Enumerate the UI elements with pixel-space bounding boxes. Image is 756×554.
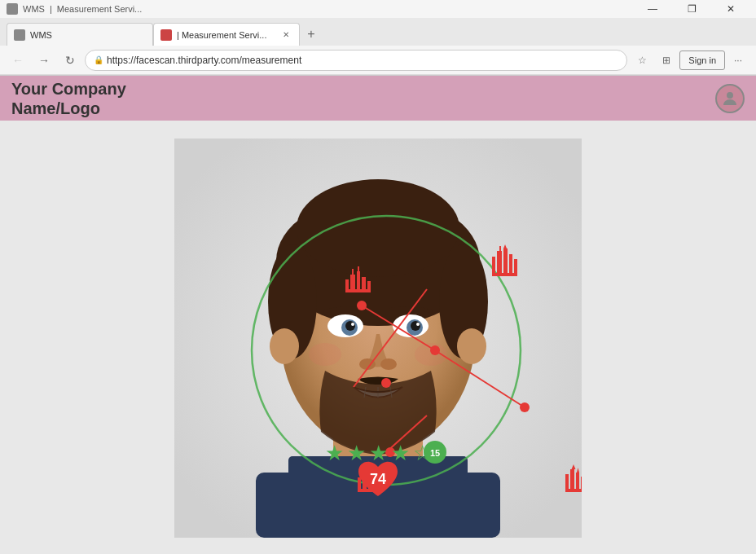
svg-point-18: [351, 323, 354, 326]
browser-icon: [7, 3, 18, 15]
collections-button[interactable]: ⊞: [655, 49, 678, 72]
tab-close-button[interactable]: ✕: [279, 29, 292, 42]
user-avatar[interactable]: [715, 84, 745, 113]
svg-point-19: [416, 323, 420, 326]
titlebar-page-name: Measurement Servi...: [57, 4, 143, 14]
heart-score: 74: [355, 459, 401, 501]
sign-in-button[interactable]: Sign in: [679, 51, 725, 70]
titlebar-separator: |: [50, 4, 52, 14]
close-button[interactable]: ✕: [712, 0, 749, 18]
heart-score-value: 74: [370, 471, 386, 488]
window-controls: — ❐ ✕: [634, 0, 749, 18]
address-bar[interactable]: 🔒 https://facescan.thirdparty.com/measur…: [85, 50, 627, 71]
browser-titlebar: WMS | Measurement Servi... — ❐ ✕: [0, 0, 756, 18]
svg-point-7: [297, 179, 459, 277]
star-1: ★: [325, 441, 344, 466]
titlebar-left: WMS | Measurement Servi...: [7, 3, 142, 15]
titlebar-app-name: WMS: [23, 4, 45, 14]
svg-point-0: [727, 92, 733, 99]
svg-point-26: [415, 343, 447, 366]
forward-button[interactable]: →: [33, 49, 55, 72]
svg-point-10: [270, 328, 299, 364]
tab-wms[interactable]: WMS: [7, 23, 153, 46]
svg-point-20: [359, 358, 376, 370]
page-main: 15 ★ ★ ★ ★ ☆ 74: [0, 121, 756, 554]
restore-button[interactable]: ❐: [673, 0, 710, 18]
svg-point-21: [380, 358, 397, 370]
svg-point-17: [411, 321, 420, 331]
star-5: ☆: [413, 441, 432, 466]
minimize-button[interactable]: —: [634, 0, 671, 18]
browser-tabs: WMS | Measurement Servi... ✕ +: [0, 18, 756, 46]
new-tab-button[interactable]: +: [300, 23, 323, 46]
favorites-button[interactable]: ☆: [631, 49, 653, 72]
tab-wms-label: WMS: [30, 30, 52, 40]
lock-icon: 🔒: [94, 55, 103, 64]
nav-extras: ☆ ⊞ Sign in ···: [631, 49, 749, 72]
svg-point-11: [457, 328, 486, 364]
address-text: https://facescan.thirdparty.com/measurem…: [107, 55, 301, 66]
tab-measurement-label: | Measurement Servi...: [177, 30, 266, 40]
back-button[interactable]: ←: [7, 49, 29, 72]
measurement-favicon: [160, 29, 172, 41]
wms-favicon: [14, 29, 25, 41]
browser-navbar: ← → ↻ 🔒 https://facescan.thirdparty.com/…: [0, 46, 756, 75]
page-header: Your Company Name/Logo: [0, 76, 756, 121]
more-button[interactable]: ···: [727, 49, 749, 72]
svg-point-16: [345, 321, 355, 331]
refresh-button[interactable]: ↻: [59, 49, 81, 72]
face-container: 15 ★ ★ ★ ★ ☆ 74: [174, 138, 582, 538]
svg-point-25: [309, 343, 341, 366]
company-name: Your Company Name/Logo: [11, 79, 126, 118]
tab-measurement[interactable]: | Measurement Servi... ✕: [153, 23, 300, 46]
